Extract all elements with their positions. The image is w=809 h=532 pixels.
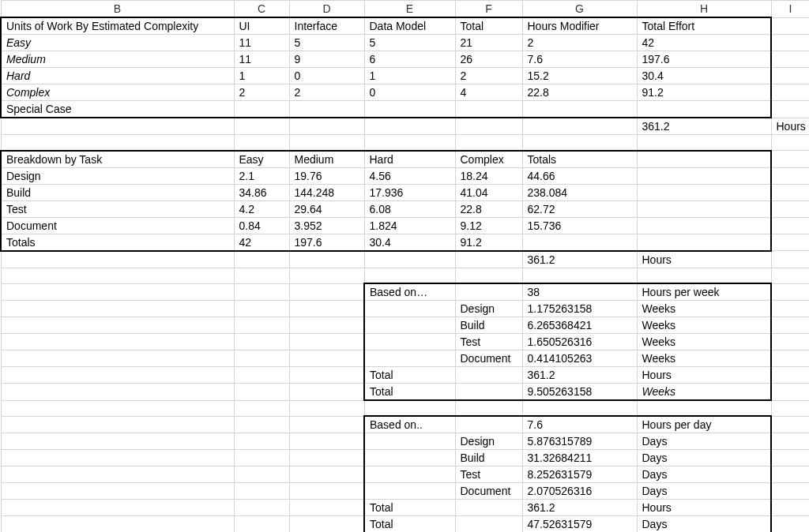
row-label[interactable]: Total [364, 500, 455, 516]
cell[interactable] [364, 433, 455, 450]
cell[interactable] [771, 184, 809, 200]
row-label[interactable]: Document [1, 217, 234, 234]
cell[interactable] [771, 334, 809, 350]
cell[interactable] [637, 234, 771, 251]
cell[interactable] [364, 251, 455, 268]
cell[interactable] [455, 101, 522, 118]
cell[interactable]: Totals [522, 151, 637, 168]
cell[interactable] [1, 268, 234, 283]
cell[interactable] [522, 135, 637, 151]
cell[interactable]: 4.56 [364, 167, 455, 184]
cell[interactable]: 15.2 [522, 68, 637, 84]
weeks-based-on[interactable]: Based on… [364, 283, 455, 301]
cell[interactable] [771, 483, 809, 500]
cell[interactable] [455, 268, 522, 283]
cell[interactable] [771, 68, 809, 84]
cell[interactable] [771, 450, 809, 466]
cell[interactable]: 17.936 [364, 184, 455, 200]
cell[interactable]: 1.650526316 [522, 334, 637, 350]
cell[interactable] [289, 334, 364, 350]
cell[interactable]: 15.736 [522, 217, 637, 234]
cell[interactable] [522, 268, 637, 283]
cell[interactable]: 197.6 [637, 51, 771, 68]
col-header[interactable]: F [455, 1, 522, 18]
cell[interactable] [289, 516, 364, 533]
cell[interactable] [637, 200, 771, 217]
cell[interactable] [771, 384, 809, 401]
cell[interactable] [289, 416, 364, 433]
cell[interactable]: 6 [364, 51, 455, 68]
cell[interactable]: 31.32684211 [522, 450, 637, 466]
days-unit[interactable]: Hours per day [637, 416, 771, 433]
cell[interactable]: 26 [455, 51, 522, 68]
cell[interactable] [771, 17, 809, 35]
cell[interactable] [289, 350, 364, 367]
cell[interactable]: Days [637, 433, 771, 450]
col-header[interactable]: I [771, 1, 809, 18]
cell[interactable]: Hard [364, 151, 455, 168]
spreadsheet[interactable]: B C D E F G H I Units of Work By Estimat… [0, 0, 809, 532]
cell[interactable]: 5 [289, 35, 364, 51]
cell[interactable] [522, 118, 637, 135]
row-label[interactable]: Easy [1, 35, 234, 51]
cell[interactable]: 91.2 [455, 234, 522, 251]
cell[interactable] [771, 217, 809, 234]
cell[interactable] [1, 350, 234, 367]
cell[interactable] [289, 268, 364, 283]
cell[interactable] [289, 135, 364, 151]
row-label[interactable]: Build [455, 450, 522, 466]
cell[interactable] [364, 118, 455, 135]
cell[interactable] [522, 234, 637, 251]
col-header[interactable]: B [1, 1, 234, 18]
cell[interactable]: 19.76 [289, 167, 364, 184]
cell[interactable] [234, 367, 289, 384]
cell[interactable]: 2.1 [234, 167, 289, 184]
cell[interactable]: 9.505263158 [522, 384, 637, 401]
cell[interactable] [455, 135, 522, 151]
row-label[interactable]: Total [364, 384, 455, 401]
cell[interactable] [455, 283, 522, 301]
cell[interactable] [522, 400, 637, 416]
cell[interactable] [771, 516, 809, 533]
cell[interactable] [771, 416, 809, 433]
cell[interactable]: Weeks [637, 301, 771, 317]
cell[interactable]: 197.6 [289, 234, 364, 251]
cell[interactable] [522, 101, 637, 118]
cell[interactable] [1, 416, 234, 433]
cell[interactable]: Days [637, 516, 771, 533]
cell[interactable] [234, 251, 289, 268]
cell[interactable]: 9 [289, 51, 364, 68]
row-label[interactable]: Design [455, 433, 522, 450]
cell[interactable] [289, 500, 364, 516]
row-label[interactable]: Complex [1, 84, 234, 101]
cell[interactable] [771, 234, 809, 251]
cell[interactable] [771, 101, 809, 118]
cell[interactable] [364, 350, 455, 367]
cell[interactable]: 361.2 [522, 367, 637, 384]
cell[interactable]: 0 [364, 84, 455, 101]
col-header[interactable]: D [289, 1, 364, 18]
cell[interactable] [289, 118, 364, 135]
cell[interactable] [364, 400, 455, 416]
cell[interactable] [289, 283, 364, 301]
cell[interactable] [1, 450, 234, 466]
cell[interactable] [289, 317, 364, 334]
cell[interactable] [234, 466, 289, 483]
row-label[interactable]: Special Case [1, 101, 234, 118]
weeks-qty[interactable]: 38 [522, 283, 637, 301]
cell[interactable]: 11 [234, 51, 289, 68]
cell[interactable]: UI [234, 17, 289, 35]
cell[interactable]: 30.4 [364, 234, 455, 251]
cell[interactable] [234, 400, 289, 416]
row-label[interactable]: Build [1, 184, 234, 200]
cell[interactable] [771, 84, 809, 101]
cell[interactable] [289, 450, 364, 466]
cell[interactable]: Data Model [364, 17, 455, 35]
cell[interactable] [364, 334, 455, 350]
cell[interactable] [455, 118, 522, 135]
cell[interactable] [289, 433, 364, 450]
row-label[interactable]: Total [364, 367, 455, 384]
cell[interactable] [234, 317, 289, 334]
cell[interactable] [364, 135, 455, 151]
cell[interactable] [771, 500, 809, 516]
